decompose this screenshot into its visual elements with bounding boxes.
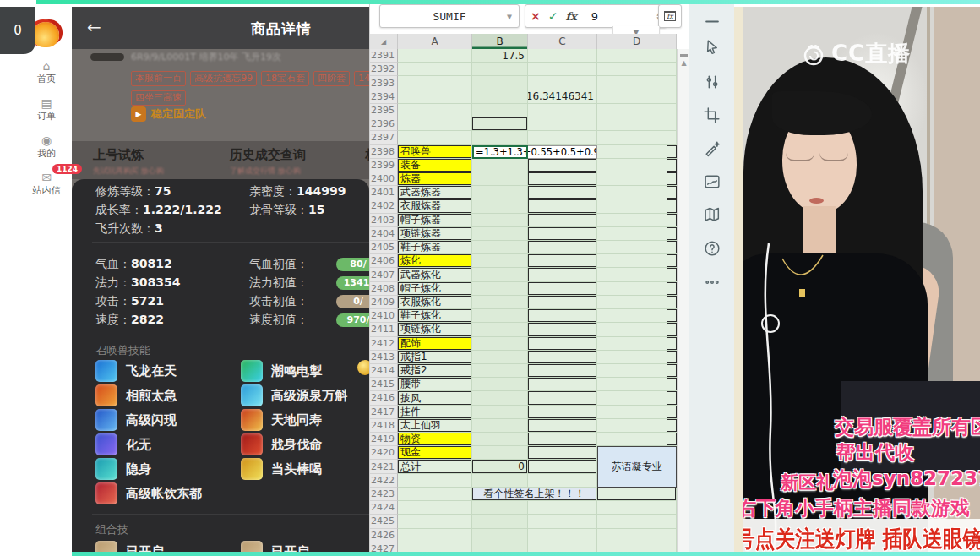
cell-B2420[interactable] [472, 446, 528, 460]
cell-C2402[interactable] [528, 199, 597, 213]
row-header-2424[interactable]: 2424 [370, 501, 398, 515]
cell-B2399[interactable] [472, 159, 528, 172]
cell-E2416[interactable] [667, 391, 677, 405]
cell-C2411[interactable] [528, 323, 597, 336]
cell-C2414[interactable] [528, 364, 597, 378]
row-header-2417[interactable]: 2417 [370, 406, 398, 419]
insert-function-button[interactable]: fx [565, 10, 576, 23]
cell-B2404[interactable] [472, 227, 528, 241]
cell-A2398[interactable]: 召唤兽 [398, 145, 472, 159]
cell-D2396[interactable] [597, 117, 677, 131]
cell-C2394[interactable]: 16.34146341 [528, 90, 597, 104]
cell-A2409[interactable]: 衣服炼化 [398, 296, 472, 309]
cell-B2395[interactable] [472, 104, 528, 117]
cell-D2392[interactable] [597, 63, 677, 76]
cell-D2417[interactable] [597, 406, 677, 419]
row-header-2391[interactable]: 2391 [370, 49, 398, 63]
cell-E2417[interactable] [667, 406, 677, 419]
cell-C2407[interactable] [528, 268, 597, 281]
cell-D2415[interactable] [597, 378, 677, 391]
magic-pen-icon[interactable] [703, 139, 721, 158]
cell-C2422[interactable] [528, 474, 597, 488]
minimize-icon[interactable] [703, 12, 721, 30]
row-header-2403[interactable]: 2403 [370, 214, 398, 227]
row-header-2398[interactable]: 2398 [370, 145, 398, 159]
cell-B2392[interactable] [472, 63, 528, 76]
cell-A2421[interactable]: 总计 [398, 460, 472, 473]
cell-C2413[interactable] [528, 351, 597, 364]
cell-C2399[interactable] [528, 159, 597, 172]
cell-B2416[interactable] [472, 391, 528, 405]
cell-C2417[interactable] [528, 406, 597, 419]
cell-C2405[interactable] [528, 241, 597, 254]
row-header-2418[interactable]: 2418 [370, 419, 398, 433]
cell-C2406[interactable] [528, 254, 597, 268]
row-header-2412[interactable]: 2412 [370, 337, 398, 351]
cell-E2406[interactable] [667, 254, 677, 268]
row-header-2420[interactable]: 2420 [370, 446, 398, 460]
row-header-2408[interactable]: 2408 [370, 282, 398, 296]
cell-A2415[interactable]: 腰带 [398, 378, 472, 391]
cell-D2398[interactable] [597, 145, 677, 159]
cell-B2408[interactable] [472, 282, 528, 296]
cell-B2391[interactable]: 17.5 [472, 49, 528, 63]
cell-A2403[interactable]: 帽子炼器 [398, 214, 472, 227]
cell-A2393[interactable] [398, 76, 472, 90]
map-icon[interactable] [703, 205, 721, 224]
cell-C2426[interactable] [528, 529, 597, 542]
row-header-2421[interactable]: 2421 [370, 460, 398, 473]
cell-D2399[interactable] [597, 159, 677, 172]
cell-E2407[interactable] [667, 268, 677, 281]
cell-B2415[interactable] [472, 378, 528, 391]
cell-B2424[interactable] [472, 501, 528, 515]
column-header-B[interactable]: B [472, 34, 528, 49]
cell-D2402[interactable] [597, 199, 677, 213]
row-header-2419[interactable]: 2419 [370, 433, 398, 446]
cell-E2404[interactable] [667, 227, 677, 241]
column-header-A[interactable]: A [398, 34, 472, 49]
cell-A2399[interactable]: 装备 [398, 159, 472, 172]
more-icon[interactable] [703, 273, 721, 292]
cell-D2404[interactable] [597, 227, 677, 241]
cell-E2414[interactable] [667, 364, 677, 378]
cell-D2423[interactable] [597, 488, 677, 501]
cell-B2410[interactable] [472, 309, 528, 323]
tab-0[interactable]: 上号试炼先试玩再购买 放心购 [93, 147, 164, 177]
row-header-2396[interactable]: 2396 [370, 117, 398, 131]
cell-B2396[interactable] [472, 117, 528, 131]
cell-D2393[interactable] [597, 76, 677, 90]
scrollbar-handle[interactable] [680, 54, 688, 57]
cell-E2412[interactable] [667, 337, 677, 351]
cell-B2422[interactable] [472, 474, 528, 488]
cell-C2400[interactable] [528, 172, 597, 186]
cell-A2414[interactable]: 戒指2 [398, 364, 472, 378]
cell-A2418[interactable]: 太上仙羽 [398, 419, 472, 433]
confirm-entry-button[interactable]: ✓ [548, 9, 558, 23]
sidebar-item-mail[interactable]: ✉站内信1124 [21, 166, 72, 203]
cell-A2419[interactable]: 物资 [398, 433, 472, 446]
tab-1[interactable]: 历史成交查询了解成交行情 放心购 [230, 147, 306, 177]
cell-B2417[interactable] [472, 406, 528, 419]
cell-D2425[interactable] [597, 515, 677, 528]
cell-A2394[interactable] [398, 90, 472, 104]
cell-A2391[interactable] [398, 49, 472, 63]
cell-A2396[interactable] [398, 117, 472, 131]
sidebar-item-profile[interactable]: ◉我的 [21, 128, 72, 166]
cell-D2394[interactable] [597, 90, 677, 104]
cell-B2421[interactable]: 0 [472, 460, 528, 473]
cell-A2412[interactable]: 配饰 [398, 337, 472, 351]
row-header-2407[interactable]: 2407 [370, 268, 398, 281]
cell-D2405[interactable] [597, 241, 677, 254]
row-header-2392[interactable]: 2392 [370, 63, 398, 76]
cell-A2405[interactable]: 鞋子炼器 [398, 241, 472, 254]
cell-A2395[interactable] [398, 104, 472, 117]
row-header-2394[interactable]: 2394 [370, 90, 398, 104]
column-header-D[interactable]: D [597, 34, 677, 49]
cell-E2405[interactable] [667, 241, 677, 254]
cell-A2422[interactable] [398, 474, 472, 488]
cell-D2408[interactable] [597, 282, 677, 296]
cell-C2393[interactable] [528, 76, 597, 90]
cell-D2411[interactable] [597, 323, 677, 336]
sidebar-item-orders[interactable]: ▤订单 [21, 91, 72, 128]
cursor-icon[interactable] [703, 38, 721, 57]
